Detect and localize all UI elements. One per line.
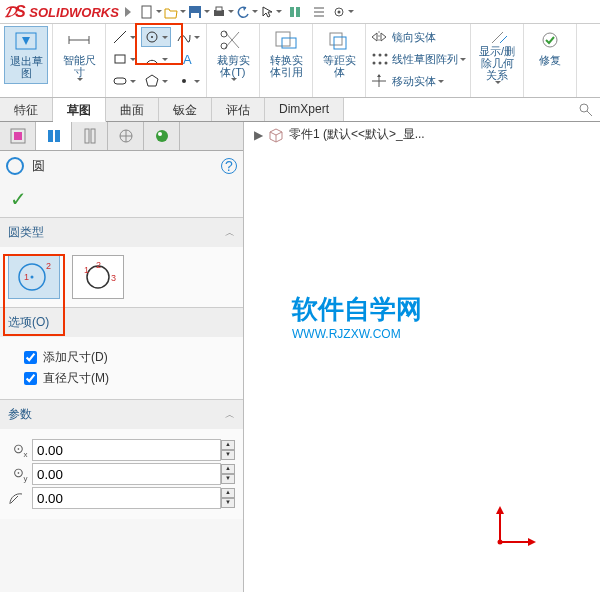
help-icon[interactable]: ?	[221, 158, 237, 174]
panel-tab-dimxpert[interactable]	[108, 122, 144, 150]
svg-point-11	[337, 10, 340, 13]
svg-line-62	[276, 132, 282, 135]
add-dimension-checkbox[interactable]: 添加尺寸(D)	[24, 349, 235, 366]
slot-tool[interactable]	[109, 71, 139, 91]
center-y-input[interactable]	[32, 463, 221, 485]
svg-rect-19	[115, 55, 125, 63]
spin-down[interactable]: ▼	[221, 474, 235, 484]
svg-text:3: 3	[111, 273, 116, 283]
svg-point-31	[379, 54, 382, 57]
offset-entities-button[interactable]: 等距实 体	[317, 26, 361, 84]
breadcrumb-arrow-icon: ▶	[254, 128, 263, 142]
tab-evaluate[interactable]: 评估	[212, 98, 265, 121]
tab-dimxpert[interactable]: DimXpert	[265, 98, 344, 121]
spin-up[interactable]: ▲	[221, 488, 235, 498]
svg-rect-29	[334, 37, 346, 49]
exit-sketch-label: 退出草 图	[10, 55, 43, 79]
exit-sketch-button[interactable]: 退出草 图	[4, 26, 48, 84]
new-button[interactable]	[140, 2, 162, 22]
svg-rect-45	[85, 129, 89, 143]
spin-up[interactable]: ▲	[221, 440, 235, 450]
offset-label: 等距实 体	[323, 54, 356, 78]
convert-label: 转换实 体引用	[270, 54, 303, 78]
repair-sketch-button[interactable]: 修复	[528, 26, 572, 84]
svg-point-39	[580, 104, 588, 112]
smart-dimension-button[interactable]: 智能尺 寸	[57, 26, 101, 84]
diameter-dimension-checkbox[interactable]: 直径尺寸(M)	[24, 370, 235, 387]
pm-header: 圆 ?	[0, 151, 243, 181]
polygon-tool[interactable]	[141, 71, 171, 91]
tab-sketch[interactable]: 草图	[53, 98, 106, 122]
point-tool[interactable]	[173, 71, 203, 91]
panel-tab-property-manager[interactable]	[36, 122, 72, 150]
app-logo: 𝓓S SOLIDWORKS	[4, 3, 119, 21]
convert-entities-button[interactable]: 转换实 体引用	[264, 26, 308, 84]
title-arrow-icon[interactable]	[125, 7, 131, 17]
tab-features[interactable]: 特征	[0, 98, 53, 121]
svg-point-32	[385, 54, 388, 57]
svg-line-16	[114, 31, 126, 43]
svg-rect-26	[276, 32, 290, 46]
watermark: 软件自学网 WWW.RJZXW.COM	[292, 292, 422, 341]
center-x-input[interactable]	[32, 439, 221, 461]
print-button[interactable]	[212, 2, 234, 22]
title-bar: 𝓓S SOLIDWORKS	[0, 0, 600, 24]
panel-tab-display[interactable]	[144, 122, 180, 150]
section-circle-type-header[interactable]: 圆类型 ︿	[0, 218, 243, 247]
center-y-icon: ⊙y	[8, 465, 32, 483]
linear-pattern-button[interactable]: 线性草图阵列	[370, 48, 466, 70]
circle-icon	[6, 157, 24, 175]
ribbon: 退出草 图 智能尺 寸 A	[0, 24, 600, 98]
coordinate-triad-icon	[490, 502, 540, 552]
panel-tab-configuration[interactable]	[72, 122, 108, 150]
smart-dimension-label: 智能尺 寸	[63, 54, 96, 78]
svg-text:A: A	[183, 52, 192, 67]
svg-point-51	[158, 132, 162, 136]
highlight-box-circle-type	[3, 254, 65, 336]
ok-button[interactable]: ✓	[0, 181, 243, 217]
svg-text:2: 2	[96, 260, 101, 270]
svg-rect-4	[216, 7, 222, 11]
spin-up[interactable]: ▲	[221, 464, 235, 474]
panel-tab-feature-tree[interactable]	[0, 122, 36, 150]
svg-point-34	[379, 62, 382, 65]
undo-button[interactable]	[236, 2, 258, 22]
spin-down[interactable]: ▼	[221, 450, 235, 460]
svg-line-61	[270, 132, 276, 135]
open-button[interactable]	[164, 2, 186, 22]
section-params-header[interactable]: 参数 ︿	[0, 400, 243, 429]
save-button[interactable]	[188, 2, 210, 22]
options-list-button[interactable]	[308, 2, 330, 22]
mirror-entities-button[interactable]: 镜向实体	[370, 26, 436, 48]
show-hide-label: 显示/删 除几何 关系	[479, 45, 515, 81]
svg-point-50	[156, 130, 168, 142]
svg-rect-28	[330, 33, 342, 45]
rebuild-button[interactable]	[284, 2, 306, 22]
spin-down[interactable]: ▼	[221, 498, 235, 508]
svg-rect-5	[290, 7, 294, 17]
select-button[interactable]	[260, 2, 282, 22]
pm-title: 圆	[32, 157, 45, 175]
graphics-area[interactable]: ▶ 零件1 (默认<<默认>_显... 软件自学网 WWW.RJZXW.COM	[244, 122, 600, 592]
svg-point-35	[385, 62, 388, 65]
tab-sheetmetal[interactable]: 钣金	[159, 98, 212, 121]
tab-surface[interactable]: 曲面	[106, 98, 159, 121]
main-area: 圆 ? ✓ 圆类型 ︿ 12 123 选项(O	[0, 122, 600, 592]
move-entities-button[interactable]: 移动实体	[370, 70, 444, 92]
perimeter-circle-option[interactable]: 123	[72, 255, 124, 299]
show-hide-relations-button[interactable]: 显示/删 除几何 关系	[475, 26, 519, 84]
panel-tab-strip	[0, 122, 243, 151]
part-icon	[267, 127, 285, 143]
radius-icon	[8, 490, 32, 506]
radius-input[interactable]	[32, 487, 221, 509]
svg-line-36	[487, 32, 503, 43]
svg-point-68	[498, 540, 503, 545]
trim-entities-button[interactable]: 裁剪实 体(T)	[211, 26, 255, 84]
settings-button[interactable]	[332, 2, 354, 22]
svg-marker-67	[528, 538, 536, 546]
svg-rect-6	[296, 7, 300, 17]
breadcrumb[interactable]: ▶ 零件1 (默认<<默认>_显...	[250, 126, 425, 143]
search-icon[interactable]	[572, 98, 600, 121]
svg-point-38	[543, 33, 557, 47]
trim-label: 裁剪实 体(T)	[217, 54, 250, 78]
